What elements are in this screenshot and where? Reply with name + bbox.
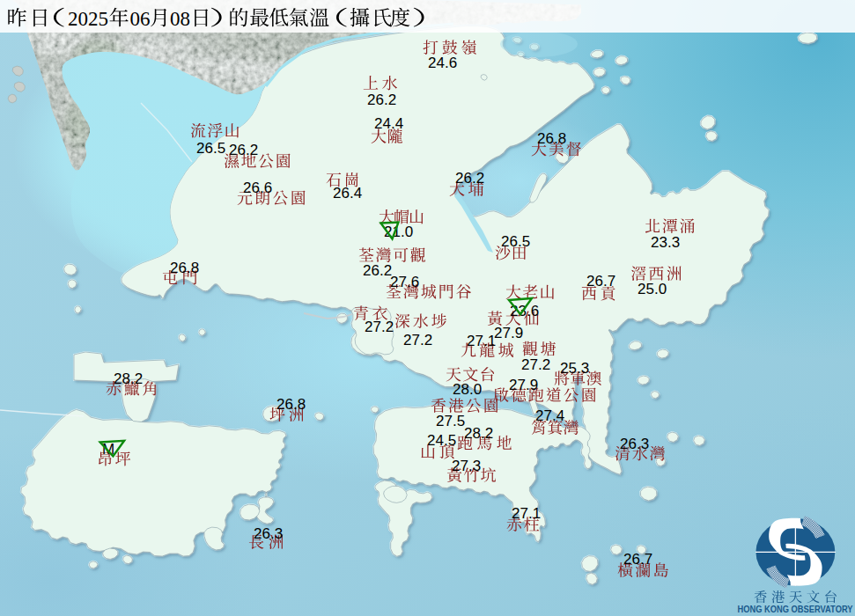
svg-text:26.2: 26.2 [229, 142, 258, 158]
svg-text:HONG KONG OBSERVATORY: HONG KONG OBSERVATORY [738, 604, 854, 614]
svg-text:27.4: 27.4 [535, 407, 564, 424]
svg-text:25.3: 25.3 [560, 360, 589, 377]
svg-text:27.6: 27.6 [390, 274, 419, 290]
svg-text:23.6: 23.6 [510, 303, 539, 319]
svg-text:28.2: 28.2 [464, 425, 493, 442]
svg-text:26.3: 26.3 [254, 525, 283, 542]
svg-text:27.9: 27.9 [509, 377, 538, 393]
svg-text:23.3: 23.3 [651, 234, 680, 251]
svg-text:27.9: 27.9 [494, 325, 523, 341]
svg-text:26.2: 26.2 [367, 92, 396, 108]
svg-text:2025: 2025 [68, 8, 108, 30]
svg-text:26.2: 26.2 [455, 170, 484, 187]
svg-text:24.6: 24.6 [428, 55, 457, 71]
svg-text:27.2: 27.2 [403, 332, 432, 348]
svg-text:27.2: 27.2 [521, 356, 550, 373]
svg-text:24.5: 24.5 [427, 432, 456, 449]
svg-text:26.8: 26.8 [170, 260, 199, 276]
svg-text:28.2: 28.2 [114, 370, 143, 387]
svg-text:27.3: 27.3 [452, 458, 481, 474]
svg-text:06: 06 [130, 8, 151, 30]
svg-text:27.5: 27.5 [436, 413, 465, 429]
svg-text:25.0: 25.0 [638, 281, 667, 297]
svg-text:08: 08 [170, 8, 190, 30]
svg-text:26.7: 26.7 [586, 273, 615, 290]
svg-text:28.0: 28.0 [453, 381, 482, 398]
svg-text:26.8: 26.8 [537, 130, 566, 147]
svg-text:26.6: 26.6 [243, 180, 272, 196]
svg-text:27.1: 27.1 [512, 505, 541, 522]
svg-text:26.7: 26.7 [623, 551, 652, 568]
svg-text:26.5: 26.5 [196, 140, 225, 157]
svg-text:24.4: 24.4 [374, 115, 403, 132]
svg-text:26.2: 26.2 [363, 262, 392, 279]
svg-text:27.2: 27.2 [365, 319, 394, 335]
svg-text:26.4: 26.4 [333, 185, 362, 202]
svg-text:26.3: 26.3 [620, 436, 649, 452]
svg-text:26.8: 26.8 [276, 396, 306, 413]
svg-text:26.5: 26.5 [501, 233, 530, 250]
svg-text:27.1: 27.1 [467, 333, 496, 349]
